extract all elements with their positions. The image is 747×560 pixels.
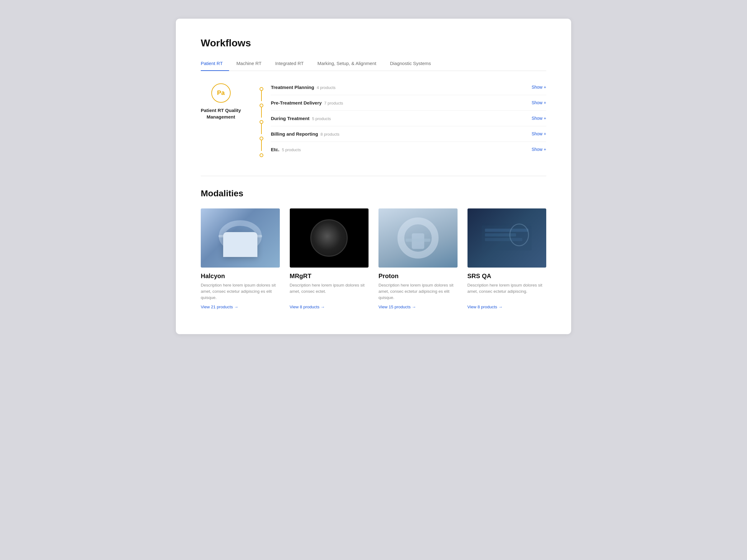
section-divider (201, 176, 546, 176)
modality-name-proton: Proton (379, 272, 458, 280)
page-title: Workflows (201, 37, 546, 49)
timeline-line-4 (261, 140, 262, 151)
workflow-items: Treatment Planning 4 products Show + Pre… (260, 83, 546, 157)
workflow-item-count-4: 5 products (282, 148, 301, 152)
modality-desc-proton: Description here lorem ipsum dolores sit… (379, 282, 458, 301)
workflow-item-count-0: 4 products (316, 85, 336, 90)
modality-card-mrgrt: MRgRT Description here lorem ipsum dolor… (290, 209, 369, 310)
show-btn-3[interactable]: Show + (532, 131, 546, 136)
modality-desc-srs-qa: Description here lorem ipsum dolores sit… (467, 282, 546, 301)
timeline-line-3 (261, 124, 262, 134)
workflow-item-name-4: Etc. (271, 147, 280, 152)
timeline-line-2 (261, 107, 262, 117)
workflow-item-count-3: 8 products (320, 132, 340, 137)
view-link-mrgrt[interactable]: View 8 products → (290, 304, 369, 309)
modality-image-proton (379, 209, 458, 268)
view-link-proton[interactable]: View 15 products → (379, 304, 458, 309)
show-btn-4[interactable]: Show + (532, 147, 546, 152)
modality-desc-mrgrt: Description here lorem ipsum dolores sit… (290, 282, 369, 301)
workflow-icon: Pa (211, 83, 231, 103)
modality-image-halcyon (201, 209, 280, 268)
timeline-dot-5 (260, 153, 263, 157)
modality-desc-halcyon: Description here lorem ipsum dolores sit… (201, 282, 280, 301)
svg-rect-8 (485, 229, 529, 232)
workflow-item-name-1: Pre-Treatment Delivery (271, 100, 321, 105)
show-btn-2[interactable]: Show + (532, 116, 546, 121)
timeline-line-1 (261, 91, 262, 101)
workflow-timeline (260, 83, 263, 157)
svg-rect-0 (218, 235, 262, 237)
workflow-item-count-2: 5 products (312, 116, 331, 121)
view-link-halcyon[interactable]: View 21 products → (201, 304, 280, 309)
workflow-row-1: Pre-Treatment Delivery 7 products Show + (271, 95, 546, 111)
modality-name-srs-qa: SRS QA (467, 272, 546, 280)
workflow-row-4: Etc. 5 products Show + (271, 142, 546, 157)
svg-point-1 (222, 223, 259, 249)
modality-card-srs-qa: SRS QA Description here lorem ipsum dolo… (467, 209, 546, 310)
workflow-row-2: During Treatment 5 products Show + (271, 111, 546, 126)
modality-card-proton: Proton Description here lorem ipsum dolo… (379, 209, 458, 310)
workflow-row-3: Billing and Reporting 8 products Show + (271, 126, 546, 142)
view-link-srs-qa[interactable]: View 8 products → (467, 304, 546, 309)
workflow-section: Pa Patient RT Quality Management (201, 83, 546, 157)
workflow-list: Treatment Planning 4 products Show + Pre… (271, 83, 546, 157)
timeline-dot-3 (260, 120, 263, 124)
modalities-grid: Halcyon Description here lorem ipsum dol… (201, 209, 546, 310)
modality-name-halcyon: Halcyon (201, 272, 280, 280)
svg-rect-10 (485, 238, 522, 241)
workflow-icon-area: Pa Patient RT Quality Management (201, 83, 241, 157)
show-btn-1[interactable]: Show + (532, 100, 546, 105)
workflow-item-name-2: During Treatment (271, 116, 309, 121)
timeline-dot-4 (260, 137, 263, 140)
main-card: Workflows Patient RT Machine RT Integrat… (176, 19, 571, 334)
workflow-row-0: Treatment Planning 4 products Show + (271, 83, 546, 95)
tab-diagnostic-systems[interactable]: Diagnostic Systems (390, 58, 437, 71)
tab-integrated-rt[interactable]: Integrated RT (275, 58, 310, 71)
svg-rect-9 (485, 233, 516, 236)
svg-rect-2 (226, 243, 254, 246)
timeline-dot-2 (260, 104, 263, 107)
modality-name-mrgrt: MRgRT (290, 272, 369, 280)
tab-patient-rt[interactable]: Patient RT (201, 58, 229, 71)
modality-card-halcyon: Halcyon Description here lorem ipsum dol… (201, 209, 280, 310)
svg-rect-6 (406, 239, 431, 242)
workflow-item-count-1: 7 products (324, 101, 343, 105)
workflow-item-name-0: Treatment Planning (271, 85, 314, 90)
show-btn-0[interactable]: Show + (532, 85, 546, 89)
tab-machine-rt[interactable]: Machine RT (236, 58, 268, 71)
modality-image-mrgrt (290, 209, 369, 268)
tab-marking-setup[interactable]: Marking, Setup, & Alignment (317, 58, 383, 71)
workflow-item-name-3: Billing and Reporting (271, 131, 318, 137)
modality-image-srs-qa (467, 209, 546, 268)
svg-rect-3 (231, 246, 250, 256)
workflow-label: Patient RT Quality Management (201, 107, 241, 120)
modalities-title: Modalities (201, 189, 546, 198)
timeline-dot-1 (260, 87, 263, 91)
tab-bar: Patient RT Machine RT Integrated RT Mark… (201, 58, 546, 71)
